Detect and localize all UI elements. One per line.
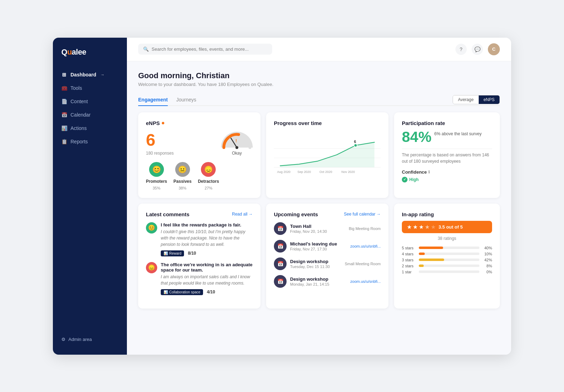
event-link-2[interactable]: zoom.us/u/snbfi... [350,244,381,248]
comment-score-1: 8/10 [188,251,196,256]
detractors-label: Detractors [198,179,219,184]
tab-journeys[interactable]: Journeys [176,94,196,106]
sidebar-item-content[interactable]: 📄 Content [53,95,127,108]
welcome-title: Good morning, Christian [138,71,500,80]
tab-engagement[interactable]: Engagement [138,94,168,106]
event-icon-3: 📅 [274,257,287,270]
events-title: Upcoming events [274,211,318,217]
dashboard-icon: ⊞ [61,72,67,77]
star-2: ★ [413,224,418,230]
sidebar-item-actions[interactable]: 📊 Actions [53,122,127,135]
star-1: ★ [407,224,412,230]
passives-icon: 😐 [175,162,190,177]
star-4: ★ [425,224,430,230]
search-input[interactable] [152,46,267,52]
rating-card: In-app rating ★ ★ ★ ★ ★ 3.5 out of 5 [394,204,500,309]
help-icon[interactable]: ? [455,44,467,55]
event-item-3: 📅 Design workshop Tuesday, Dec 15 11:30 … [274,257,381,270]
comment-body-2: The office we're working in is an adequa… [161,262,253,295]
event-date-2: Friday, Nov 27, 17:30 [290,247,347,251]
passives-item: 😐 Passives 38% [173,162,191,190]
bar-fill-5 [419,247,443,249]
gauge-label: Okay [232,151,242,156]
enps-indicator [162,122,164,124]
reports-icon: 📋 [61,139,67,144]
confidence-label: Confidence ℹ [402,169,492,175]
search-bar[interactable]: 🔍 [138,44,272,55]
sidebar-item-tools[interactable]: 🧰 Tools [53,81,127,95]
logo-text: Qualee [61,48,118,57]
passives-pct: 38% [179,186,186,190]
svg-text:Aug 2020: Aug 2020 [277,170,290,174]
see-calendar-link[interactable]: See full calendar → [344,212,381,217]
enps-card: eNPS 6 180 responses [138,112,260,198]
events-card: Upcoming events See full calendar → 📅 To… [266,204,388,309]
event-item-2: 📅 Michael's leaving due Friday, Nov 27, … [274,240,381,253]
rating-score: 3.5 out of 5 [439,224,463,230]
admin-area-item[interactable]: ⚙ Admin area [61,337,118,342]
event-link-4[interactable]: zoom.us/u/snbfi... [350,279,381,284]
participation-pct: 84% [402,130,431,144]
arrow-icon: → [100,73,104,77]
check-icon: ✓ [402,177,407,182]
bar-bg-4 [419,253,479,255]
promoters-pct: 35% [153,186,160,190]
welcome-section: Good morning, Christian Welcome to your … [138,71,500,87]
enps-button[interactable]: eNPS [479,95,499,104]
gauge: ! [221,132,253,149]
comment-body-1: I feel like the rewards package is fair.… [161,222,253,256]
star-3: ★ [419,224,424,230]
event-item-4: 📅 Design workshop Monday, Jan 21, 14:15 … [274,275,381,288]
bar-fill-3 [419,259,444,261]
main-area: 🔍 ? 💬 C Good morning, Christian Welcome … [127,38,511,355]
sidebar-item-label: Dashboard [70,72,96,77]
comment-score-2: 4/10 [207,290,215,294]
detractors-icon: 😞 [201,162,216,177]
enps-title: eNPS [146,120,253,126]
bar-pct-4: 10% [482,252,492,256]
sidebar-item-reports[interactable]: 📋 Reports [53,135,127,148]
rating-title: In-app rating [402,211,492,217]
gauge-container: ! Okay [221,132,253,156]
comment-text-1: I couldn't give this 10/10, but I'm pret… [161,229,253,248]
comment-tag-2: 📊 Collaboration space [161,289,203,295]
tools-icon: 🧰 [61,85,67,91]
bar-label-2: 2 stars [402,264,416,268]
chat-icon[interactable]: 💬 [472,44,483,55]
enps-score-section: 6 180 responses [146,132,174,156]
detractors-pct: 27% [204,186,212,190]
gear-icon: ⚙ [61,337,66,342]
content-area: Good morning, Christian Welcome to your … [127,61,511,355]
rating-bar-3stars: 3 stars 42% [402,258,492,262]
event-icon-2: 📅 [274,240,287,253]
gauge-svg: ! [221,132,253,149]
passives-label: Passives [173,179,191,184]
actions-icon: 📊 [61,125,67,131]
tag-icon: 📊 [164,251,168,255]
participation-card: Participation rate 84% 6% above the last… [394,112,500,198]
bar-label-1: 1 star [402,270,416,274]
tag-icon-2: 📊 [164,290,168,294]
sidebar-item-label: Tools [70,85,82,91]
svg-marker-6 [280,142,374,167]
bar-bg-5 [419,247,479,249]
sidebar-item-calendar[interactable]: 📅 Calendar [53,108,127,122]
events-header: Upcoming events See full calendar → [274,211,381,217]
enps-responses: 180 responses [146,151,174,156]
sidebar-item-dashboard[interactable]: ⊞ Dashboard → [53,68,127,81]
bar-fill-4 [419,253,425,255]
bar-pct-1: 0% [482,270,492,274]
read-all-link[interactable]: Read all → [232,212,253,217]
event-date-4: Monday, Jan 21, 14:15 [290,282,347,286]
comment-tag-1: 📊 Reward [161,250,184,256]
rating-bar-1star: 1 star 0% [402,270,492,274]
top-cards-grid: eNPS 6 180 responses [138,112,500,198]
average-button[interactable]: Average [453,95,478,104]
sidebar-item-label: Calendar [70,112,91,118]
enps-score-row: 6 180 responses [146,132,253,156]
chart-area: 6 Aug 2020 Sep 2020 Oct 2020 Nov 2020 [274,130,381,176]
sidebar-nav: ⊞ Dashboard → 🧰 Tools 📄 Content 📅 Calend… [53,68,127,331]
chart-svg: 6 Aug 2020 Sep 2020 Oct 2020 Nov 2020 [274,130,381,176]
info-icon: ℹ [428,170,430,174]
avatar[interactable]: C [488,43,500,55]
